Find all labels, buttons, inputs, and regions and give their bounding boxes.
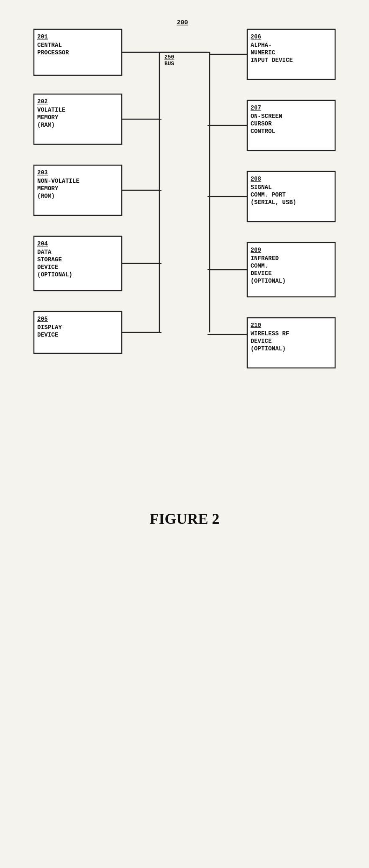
svg-text:ALPHA-: ALPHA-: [251, 42, 272, 49]
svg-text:CURSOR: CURSOR: [251, 120, 272, 127]
svg-text:VOLATILE: VOLATILE: [37, 107, 65, 113]
svg-text:DISPLAY: DISPLAY: [37, 324, 62, 331]
svg-text:206: 206: [251, 33, 261, 40]
svg-text:(OPTIONAL): (OPTIONAL): [251, 278, 286, 284]
svg-text:SIGNAL: SIGNAL: [251, 184, 272, 191]
svg-text:201: 201: [37, 33, 48, 40]
svg-text:205: 205: [37, 316, 48, 322]
svg-text:MEMORY: MEMORY: [37, 114, 59, 121]
svg-text:DEVICE: DEVICE: [251, 270, 272, 277]
svg-text:DEVICE: DEVICE: [37, 264, 58, 271]
svg-text:(OPTIONAL): (OPTIONAL): [251, 345, 286, 352]
svg-text:STORAGE: STORAGE: [37, 256, 62, 263]
svg-text:BUS: BUS: [164, 61, 174, 67]
svg-text:207: 207: [251, 105, 261, 111]
svg-text:(SERIAL, USB): (SERIAL, USB): [251, 199, 296, 206]
svg-text:DEVICE: DEVICE: [251, 338, 272, 345]
svg-text:DATA: DATA: [37, 249, 51, 255]
svg-text:CENTRAL: CENTRAL: [37, 42, 62, 49]
svg-text:COMM. PORT: COMM. PORT: [251, 191, 286, 198]
svg-text:NUMERIC: NUMERIC: [251, 49, 275, 56]
svg-text:NON-VOLATILE: NON-VOLATILE: [37, 178, 79, 184]
svg-text:WIRELESS RF: WIRELESS RF: [251, 330, 289, 337]
svg-text:INFRARED: INFRARED: [251, 255, 279, 262]
svg-text:(RAM): (RAM): [37, 122, 55, 128]
svg-text:PROCESSOR: PROCESSOR: [37, 49, 69, 56]
svg-text:208: 208: [251, 176, 261, 182]
svg-text:COMM.: COMM.: [251, 263, 268, 269]
svg-text:(OPTIONAL): (OPTIONAL): [37, 271, 72, 278]
svg-text:203: 203: [37, 169, 48, 176]
svg-text:210: 210: [251, 322, 261, 329]
svg-text:202: 202: [37, 98, 48, 105]
svg-text:209: 209: [251, 247, 261, 253]
svg-text:(ROM): (ROM): [37, 193, 55, 199]
svg-text:INPUT DEVICE: INPUT DEVICE: [251, 57, 293, 64]
svg-text:DEVICE: DEVICE: [37, 332, 58, 338]
svg-text:250: 250: [164, 54, 174, 60]
svg-text:204: 204: [37, 240, 48, 247]
svg-text:200: 200: [177, 19, 188, 26]
svg-text:CONTROL: CONTROL: [251, 128, 275, 135]
block-diagram: 201 CENTRAL PROCESSOR 202 VOLATILE MEMOR…: [21, 17, 348, 477]
figure-caption: FIGURE 2: [149, 510, 219, 528]
svg-text:ON-SCREEN: ON-SCREEN: [251, 113, 282, 120]
svg-text:MEMORY: MEMORY: [37, 185, 59, 192]
